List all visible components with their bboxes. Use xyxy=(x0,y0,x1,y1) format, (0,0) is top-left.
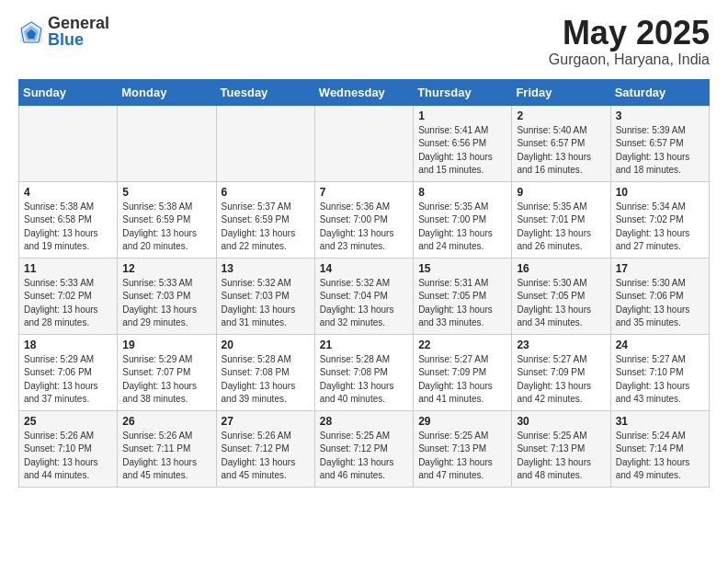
day-info: Sunrise: 5:32 AM Sunset: 7:04 PM Dayligh… xyxy=(320,277,408,330)
day-number: 6 xyxy=(222,186,310,199)
day-number: 8 xyxy=(418,186,506,199)
day-cell-3 xyxy=(314,105,413,181)
day-info: Sunrise: 5:27 AM Sunset: 7:09 PM Dayligh… xyxy=(517,353,605,407)
day-info: Sunrise: 5:24 AM Sunset: 7:14 PM Dayligh… xyxy=(616,430,704,483)
day-number: 7 xyxy=(320,186,408,199)
day-info: Sunrise: 5:29 AM Sunset: 7:07 PM Dayligh… xyxy=(122,353,210,407)
col-tuesday: Tuesday xyxy=(216,79,314,105)
day-cell-31: 28Sunrise: 5:25 AM Sunset: 7:12 PM Dayli… xyxy=(314,410,413,487)
day-number: 3 xyxy=(616,109,704,122)
day-cell-7: 4Sunrise: 5:38 AM Sunset: 6:58 PM Daylig… xyxy=(19,181,118,258)
day-number: 31 xyxy=(616,415,704,428)
day-number: 17 xyxy=(616,262,704,275)
day-cell-2 xyxy=(216,105,314,181)
day-cell-28: 25Sunrise: 5:26 AM Sunset: 7:10 PM Dayli… xyxy=(19,410,118,487)
calendar-page: General Blue May 2025 Gurgaon, Haryana, … xyxy=(0,0,728,502)
day-cell-33: 30Sunrise: 5:25 AM Sunset: 7:13 PM Dayli… xyxy=(512,410,610,487)
day-cell-11: 8Sunrise: 5:35 AM Sunset: 7:00 PM Daylig… xyxy=(414,181,512,258)
day-info: Sunrise: 5:34 AM Sunset: 7:02 PM Dayligh… xyxy=(616,201,704,254)
day-info: Sunrise: 5:39 AM Sunset: 6:57 PM Dayligh… xyxy=(616,124,704,178)
calendar-body: 1Sunrise: 5:41 AM Sunset: 6:56 PM Daylig… xyxy=(19,105,710,487)
day-cell-6: 3Sunrise: 5:39 AM Sunset: 6:57 PM Daylig… xyxy=(610,105,709,181)
day-number: 11 xyxy=(24,262,112,275)
day-cell-12: 9Sunrise: 5:35 AM Sunset: 7:01 PM Daylig… xyxy=(512,181,610,258)
day-cell-23: 20Sunrise: 5:28 AM Sunset: 7:08 PM Dayli… xyxy=(216,334,314,410)
week-row-4: 18Sunrise: 5:29 AM Sunset: 7:06 PM Dayli… xyxy=(19,334,710,410)
day-cell-20: 17Sunrise: 5:30 AM Sunset: 7:06 PM Dayli… xyxy=(610,258,709,334)
week-row-3: 11Sunrise: 5:33 AM Sunset: 7:02 PM Dayli… xyxy=(19,258,710,334)
day-number: 24 xyxy=(616,339,704,351)
day-cell-1 xyxy=(118,105,216,181)
day-cell-9: 6Sunrise: 5:37 AM Sunset: 6:59 PM Daylig… xyxy=(216,181,314,258)
day-info: Sunrise: 5:35 AM Sunset: 7:01 PM Dayligh… xyxy=(517,201,605,254)
day-number: 19 xyxy=(122,339,210,351)
day-cell-16: 13Sunrise: 5:32 AM Sunset: 7:03 PM Dayli… xyxy=(216,258,314,334)
day-number: 14 xyxy=(320,262,408,275)
logo-blue-text: Blue xyxy=(48,31,109,48)
day-number: 21 xyxy=(320,339,408,351)
col-wednesday: Wednesday xyxy=(314,79,413,105)
day-number: 12 xyxy=(122,262,210,275)
day-cell-19: 16Sunrise: 5:30 AM Sunset: 7:05 PM Dayli… xyxy=(512,258,610,334)
day-info: Sunrise: 5:33 AM Sunset: 7:03 PM Dayligh… xyxy=(122,277,210,330)
day-number: 26 xyxy=(122,415,210,428)
logo-general-text: General xyxy=(48,15,109,31)
day-cell-10: 7Sunrise: 5:36 AM Sunset: 7:00 PM Daylig… xyxy=(314,181,413,258)
day-info: Sunrise: 5:25 AM Sunset: 7:13 PM Dayligh… xyxy=(418,430,506,483)
day-info: Sunrise: 5:40 AM Sunset: 6:57 PM Dayligh… xyxy=(517,124,605,178)
week-row-1: 1Sunrise: 5:41 AM Sunset: 6:56 PM Daylig… xyxy=(19,105,710,181)
col-friday: Friday xyxy=(512,79,610,105)
day-cell-0 xyxy=(19,105,118,181)
day-info: Sunrise: 5:36 AM Sunset: 7:00 PM Dayligh… xyxy=(320,201,408,254)
col-saturday: Saturday xyxy=(610,79,709,105)
day-cell-8: 5Sunrise: 5:38 AM Sunset: 6:59 PM Daylig… xyxy=(118,181,216,258)
col-sunday: Sunday xyxy=(19,79,118,105)
day-info: Sunrise: 5:26 AM Sunset: 7:12 PM Dayligh… xyxy=(222,430,310,483)
day-info: Sunrise: 5:33 AM Sunset: 7:02 PM Dayligh… xyxy=(24,277,112,330)
col-thursday: Thursday xyxy=(414,79,512,105)
day-info: Sunrise: 5:32 AM Sunset: 7:03 PM Dayligh… xyxy=(222,277,310,330)
day-number: 2 xyxy=(517,109,605,122)
day-cell-22: 19Sunrise: 5:29 AM Sunset: 7:07 PM Dayli… xyxy=(118,334,216,410)
week-row-2: 4Sunrise: 5:38 AM Sunset: 6:58 PM Daylig… xyxy=(19,181,710,258)
week-row-5: 25Sunrise: 5:26 AM Sunset: 7:10 PM Dayli… xyxy=(19,410,710,487)
day-number: 23 xyxy=(517,339,605,351)
day-cell-30: 27Sunrise: 5:26 AM Sunset: 7:12 PM Dayli… xyxy=(216,410,314,487)
day-number: 27 xyxy=(222,415,310,428)
day-info: Sunrise: 5:26 AM Sunset: 7:10 PM Dayligh… xyxy=(24,430,112,483)
day-cell-27: 24Sunrise: 5:27 AM Sunset: 7:10 PM Dayli… xyxy=(610,334,709,410)
day-info: Sunrise: 5:26 AM Sunset: 7:11 PM Dayligh… xyxy=(122,430,210,483)
day-cell-32: 29Sunrise: 5:25 AM Sunset: 7:13 PM Dayli… xyxy=(414,410,512,487)
day-info: Sunrise: 5:29 AM Sunset: 7:06 PM Dayligh… xyxy=(24,353,112,407)
day-number: 9 xyxy=(517,186,605,199)
day-cell-34: 31Sunrise: 5:24 AM Sunset: 7:14 PM Dayli… xyxy=(610,410,709,487)
day-cell-24: 21Sunrise: 5:28 AM Sunset: 7:08 PM Dayli… xyxy=(314,334,413,410)
day-number: 29 xyxy=(418,415,506,428)
day-number: 28 xyxy=(320,415,408,428)
day-cell-5: 2Sunrise: 5:40 AM Sunset: 6:57 PM Daylig… xyxy=(512,105,610,181)
logo-icon xyxy=(18,18,44,44)
location: Gurgaon, Haryana, India xyxy=(549,52,710,68)
day-number: 5 xyxy=(122,186,210,199)
day-info: Sunrise: 5:30 AM Sunset: 7:06 PM Dayligh… xyxy=(616,277,704,330)
day-cell-4: 1Sunrise: 5:41 AM Sunset: 6:56 PM Daylig… xyxy=(414,105,512,181)
title-block: May 2025 Gurgaon, Haryana, India xyxy=(549,15,710,68)
day-number: 10 xyxy=(616,186,704,199)
day-number: 22 xyxy=(418,339,506,351)
day-number: 4 xyxy=(24,186,112,199)
header-row: Sunday Monday Tuesday Wednesday Thursday… xyxy=(19,79,710,105)
day-info: Sunrise: 5:35 AM Sunset: 7:00 PM Dayligh… xyxy=(418,201,506,254)
logo-text: General Blue xyxy=(48,15,109,48)
day-cell-14: 11Sunrise: 5:33 AM Sunset: 7:02 PM Dayli… xyxy=(19,258,118,334)
col-monday: Monday xyxy=(118,79,216,105)
day-info: Sunrise: 5:25 AM Sunset: 7:13 PM Dayligh… xyxy=(517,430,605,483)
day-cell-29: 26Sunrise: 5:26 AM Sunset: 7:11 PM Dayli… xyxy=(118,410,216,487)
day-cell-17: 14Sunrise: 5:32 AM Sunset: 7:04 PM Dayli… xyxy=(314,258,413,334)
month-title: May 2025 xyxy=(549,15,710,52)
calendar-header: Sunday Monday Tuesday Wednesday Thursday… xyxy=(19,79,710,105)
day-number: 30 xyxy=(517,415,605,428)
day-info: Sunrise: 5:30 AM Sunset: 7:05 PM Dayligh… xyxy=(517,277,605,330)
calendar-table: Sunday Monday Tuesday Wednesday Thursday… xyxy=(18,79,710,488)
day-info: Sunrise: 5:28 AM Sunset: 7:08 PM Dayligh… xyxy=(320,353,408,407)
day-info: Sunrise: 5:31 AM Sunset: 7:05 PM Dayligh… xyxy=(418,277,506,330)
